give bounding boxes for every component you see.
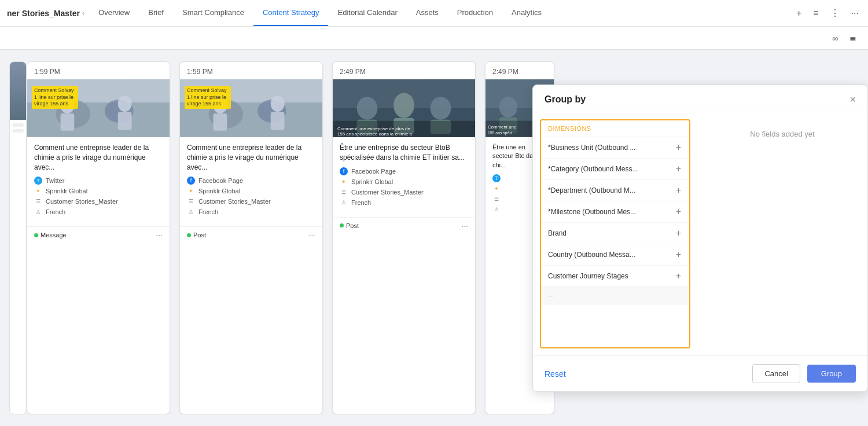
- campaign-icon: ☰: [340, 188, 348, 196]
- card-image: Comment une entreprise de plus de 155 an…: [333, 79, 475, 137]
- filter-lines-icon[interactable]: ≣: [847, 31, 859, 45]
- dimension-milestone[interactable]: *Milestone (Outbound Mes... +: [541, 201, 689, 223]
- more-options-button[interactable]: ···: [849, 6, 861, 21]
- sprinklr-icon: ✦: [187, 187, 195, 195]
- tab-analytics[interactable]: Analytics: [502, 0, 551, 26]
- card-header: 1:59 PM: [27, 62, 170, 79]
- group-button[interactable]: Group: [807, 365, 856, 383]
- facebook-icon: f: [187, 177, 195, 185]
- dimension-customer-journey[interactable]: Customer Journey Stages +: [541, 266, 689, 287]
- dimension-add-button[interactable]: +: [675, 229, 682, 238]
- social-label: Twitter: [46, 177, 64, 184]
- content-card: 1:59 PM Comment Solvay 1 line sur prise …: [179, 61, 323, 414]
- list-view-button[interactable]: ≡: [811, 6, 821, 21]
- status-dot: [34, 233, 38, 237]
- content-card: 2:49 PM Comment une entreprise de plus d…: [332, 61, 476, 414]
- dimension-label: *Milestone (Outbound Mes...: [548, 208, 675, 216]
- card-more-button[interactable]: ···: [308, 230, 315, 240]
- dimension-category[interactable]: *Category (Outbound Mess... +: [541, 159, 689, 180]
- dimension-label: *Business Unit (Outbound ...: [548, 144, 675, 152]
- language-icon: ♙: [34, 208, 42, 216]
- card-more-button[interactable]: ···: [461, 221, 468, 230]
- language-icon: ♙: [187, 208, 195, 216]
- tab-content-strategy[interactable]: Content Strategy: [253, 0, 329, 26]
- tab-overview[interactable]: Overview: [89, 0, 139, 26]
- project-title: ner Stories_Master: [7, 9, 80, 18]
- close-button[interactable]: ×: [849, 94, 856, 105]
- dimension-label: Country (Outbound Messa...: [548, 251, 675, 259]
- reset-button[interactable]: Reset: [545, 369, 566, 379]
- account-row: ✦ Sprinklr Global: [340, 178, 468, 186]
- nav-actions: + ≡ ⋮ ···: [794, 5, 861, 21]
- tab-assets[interactable]: Assets: [407, 0, 448, 26]
- dimension-country[interactable]: Country (Outbound Messa... +: [541, 244, 689, 266]
- card-image: Comment Solvay 1 line sur prise le virag…: [27, 79, 170, 137]
- dimension-business-unit[interactable]: *Business Unit (Outbound ... +: [541, 137, 689, 159]
- dimension-brand[interactable]: Brand +: [541, 223, 689, 244]
- main-area: 1:59 PM Comment Solvay 1 line sur prise …: [0, 50, 868, 426]
- card-image: Comment Solvay 1 line sur prise le virag…: [180, 79, 322, 137]
- card-time: 2:49 PM: [340, 68, 366, 76]
- status-label: Post: [193, 232, 206, 238]
- status-badge: Post: [340, 222, 359, 229]
- card-meta: T Twitter ✦ Sprinklr Global ☰ Customer S…: [34, 177, 163, 216]
- dimension-add-button[interactable]: +: [675, 164, 682, 174]
- group-icon[interactable]: ∞: [830, 31, 840, 45]
- content-card: 1:59 PM Comment Solvay 1 line sur prise …: [27, 61, 170, 414]
- social-row: f Facebook Page: [187, 177, 315, 185]
- dimensions-header: Dimensions: [541, 120, 689, 137]
- card-title: Comment une entreprise leader de la chim…: [34, 143, 163, 172]
- fields-column: No fields added yet: [697, 112, 867, 355]
- dimension-add-button[interactable]: +: [675, 143, 682, 152]
- tab-brief[interactable]: Brief: [139, 0, 173, 26]
- svg-text:155 ans spécialisée dans la ch: 155 ans spécialisée dans la chimie a: [337, 131, 413, 137]
- svg-point-13: [271, 96, 285, 112]
- dimensions-column: Dimensions *Business Unit (Outbound ... …: [540, 119, 690, 348]
- dimension-add-button[interactable]: +: [675, 271, 682, 281]
- sprinklr-icon: ✦: [34, 187, 42, 195]
- card-header: 2:49 PM: [486, 62, 554, 79]
- tab-editorial-calendar[interactable]: Editorial Calendar: [328, 0, 406, 26]
- card-time: 2:49 PM: [492, 68, 518, 76]
- card-header: 1:59 PM: [180, 62, 322, 79]
- status-badge: Message: [34, 232, 67, 238]
- dimension-department[interactable]: *Department (Outbound M... +: [541, 180, 689, 201]
- campaign-label: Customer Stories_Master: [351, 189, 424, 196]
- campaign-row: ☰ Customer Stories_Master: [187, 197, 315, 205]
- card-meta: f Facebook Page ✦ Sprinklr Global ☰ Cust…: [340, 167, 468, 207]
- group-by-panel: Group by × Dimensions *Business Unit (Ou…: [532, 85, 868, 392]
- language-row: ♙ French: [187, 208, 315, 216]
- dimension-add-button[interactable]: +: [675, 250, 682, 259]
- social-label: Facebook Page: [351, 168, 396, 175]
- tree-view-button[interactable]: ⋮: [828, 5, 842, 21]
- panel-title: Group by: [545, 94, 586, 105]
- card-more-button[interactable]: ···: [156, 230, 163, 240]
- svg-text:155 ans spéci...: 155 ans spéci...: [488, 131, 516, 135]
- svg-rect-6: [61, 113, 75, 131]
- dimension-label: *Category (Outbound Mess...: [548, 165, 675, 173]
- campaign-icon: ☰: [34, 197, 42, 205]
- tab-smart-compliance[interactable]: Smart Compliance: [173, 0, 253, 26]
- card-time: 1:59 PM: [34, 68, 60, 76]
- svg-point-18: [357, 97, 378, 120]
- cancel-button[interactable]: Cancel: [752, 364, 800, 383]
- panel-header: Group by ×: [533, 85, 867, 112]
- twitter-icon: T: [34, 177, 42, 185]
- account-label: Sprinklr Global: [351, 178, 393, 185]
- sprinklr-icon: ✦: [492, 185, 501, 193]
- nav-chevron-icon: ‹: [82, 9, 84, 17]
- status-dot: [340, 223, 344, 227]
- campaign-icon: ☰: [187, 197, 195, 205]
- dimension-add-button[interactable]: +: [675, 207, 682, 216]
- campaign-icon: ☰: [492, 195, 501, 203]
- account-label: Sprinklr Global: [46, 188, 87, 194]
- dimension-add-button[interactable]: +: [675, 186, 682, 195]
- panel-body: Dimensions *Business Unit (Outbound ... …: [533, 112, 867, 355]
- add-button[interactable]: +: [794, 6, 804, 21]
- tab-production[interactable]: Production: [448, 0, 502, 26]
- svg-rect-15: [271, 112, 285, 130]
- sprinklr-icon: ✦: [340, 178, 348, 186]
- campaign-label: Customer Stories_Master: [198, 198, 271, 205]
- language-row: ♙ French: [34, 208, 163, 216]
- campaign-label: Customer Stories_Master: [46, 198, 118, 205]
